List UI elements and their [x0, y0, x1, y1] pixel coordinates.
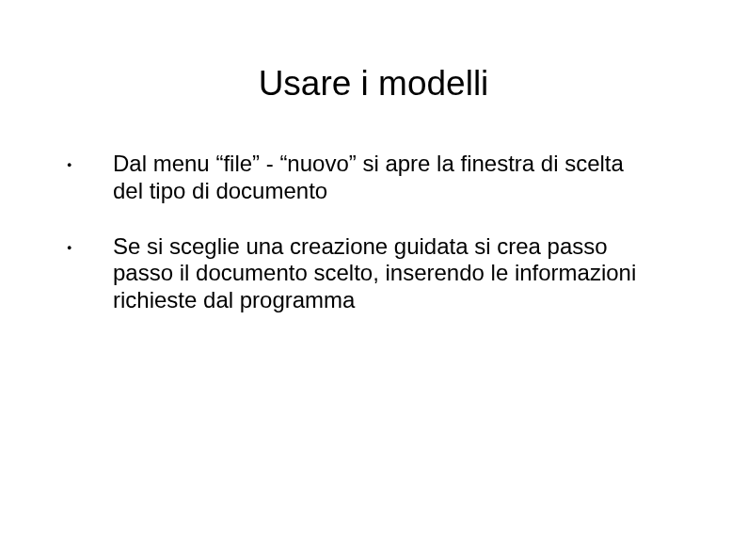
list-item: Se si sceglie una creazione guidata si c…: [61, 233, 658, 314]
bullet-list: Dal menu “file” - “nuovo” si apre la fin…: [0, 151, 747, 314]
slide-title: Usare i modelli: [0, 64, 747, 104]
slide: Usare i modelli Dal menu “file” - “nuovo…: [0, 64, 747, 560]
list-item: Dal menu “file” - “nuovo” si apre la fin…: [61, 151, 658, 205]
